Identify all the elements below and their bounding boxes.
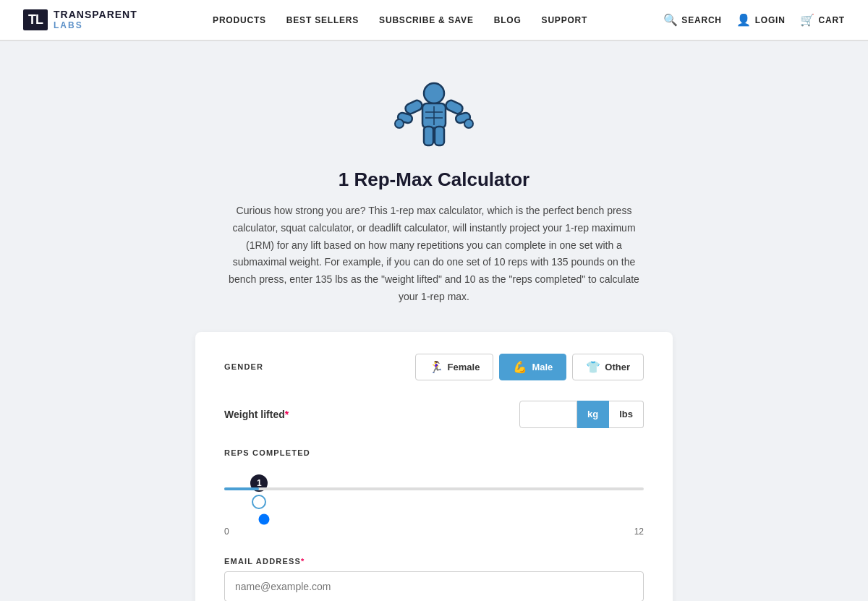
svg-point-0 [424,83,444,103]
slider-min-label: 0 [224,527,229,537]
gender-male-label: Male [532,362,553,372]
nav-subscribe-save[interactable]: Subscribe & Save [379,15,474,25]
svg-rect-5 [404,99,424,116]
gender-label: GENDER [224,362,263,371]
weight-input[interactable] [519,401,577,428]
muscleman-icon [391,70,477,157]
search-icon: 🔍 [663,13,678,27]
svg-point-10 [464,119,473,128]
user-icon: 👤 [736,13,752,27]
email-section: EMAIL ADDRESS* [224,557,644,601]
weight-label: Weight lifted* [224,409,289,420]
login-action[interactable]: 👤 Login [736,13,786,27]
page-description: Curious how strong you are? This 1-rep m… [224,203,644,306]
page-title: 1 Rep-Max Calculator [195,169,673,191]
reps-section: REPS COMPLETED 1 0 12 [224,448,644,537]
male-icon: 💪 [513,360,527,374]
weight-unit-kg-button[interactable]: kg [577,401,609,428]
gender-row: GENDER 🏃‍♀️ Female 💪 Male 👕 Other [224,354,644,380]
cart-icon: 🛒 [800,13,815,27]
logo-icon: TL [23,9,48,30]
nav-blog[interactable]: Blog [494,15,522,25]
nav-products[interactable]: Products [213,15,266,25]
gender-female-button[interactable]: 🏃‍♀️ Female [415,354,494,380]
other-icon: 👕 [586,360,600,374]
svg-point-9 [395,119,404,128]
main-content: 1 Rep-Max Calculator Curious how strong … [181,41,687,601]
svg-rect-12 [435,127,444,145]
reps-label: REPS COMPLETED [224,448,644,457]
search-action[interactable]: 🔍 Search [663,13,722,27]
logo[interactable]: TL TRANSPARENT LABS [23,9,137,30]
nav-support[interactable]: Support [542,15,588,25]
weight-unit-lbs-button[interactable]: lbs [609,401,644,428]
nav-best-sellers[interactable]: Best Sellers [286,15,359,25]
logo-text: TRANSPARENT LABS [54,9,137,30]
slider-visual: 1 [224,474,644,511]
gender-male-button[interactable]: 💪 Male [499,354,566,380]
female-icon: 🏃‍♀️ [429,360,443,374]
email-label: EMAIL ADDRESS* [224,557,644,566]
slider-fill [224,487,259,490]
slider-bubble-wrap: 1 [250,474,268,509]
reps-slider-container: 1 0 12 [224,467,644,537]
main-nav: Products Best Sellers Subscribe & Save B… [213,15,587,25]
weight-row: Weight lifted* kg lbs [224,401,644,428]
hero-icon-wrap [195,70,673,157]
reps-slider[interactable] [224,518,644,521]
gender-buttons: 🏃‍♀️ Female 💪 Male 👕 Other [415,354,644,380]
slider-track [224,487,644,490]
email-required-star: * [301,557,305,566]
header: TL TRANSPARENT LABS Products Best Seller… [0,0,868,41]
gender-other-button[interactable]: 👕 Other [572,354,644,380]
cart-action[interactable]: 🛒 Cart [800,13,845,27]
calculator-form: GENDER 🏃‍♀️ Female 💪 Male 👕 Other Weig [195,332,673,601]
gender-other-label: Other [605,362,630,372]
slider-range-labels: 0 12 [224,527,644,537]
email-input[interactable] [224,571,644,601]
header-actions: 🔍 Search 👤 Login 🛒 Cart [663,13,845,27]
weight-input-wrap: kg lbs [519,401,644,428]
svg-rect-7 [444,99,464,116]
slider-thumb-circle [252,495,266,509]
gender-female-label: Female [448,362,480,372]
slider-max-label: 12 [634,527,644,537]
svg-rect-11 [424,127,433,145]
weight-required-star: * [285,409,289,420]
